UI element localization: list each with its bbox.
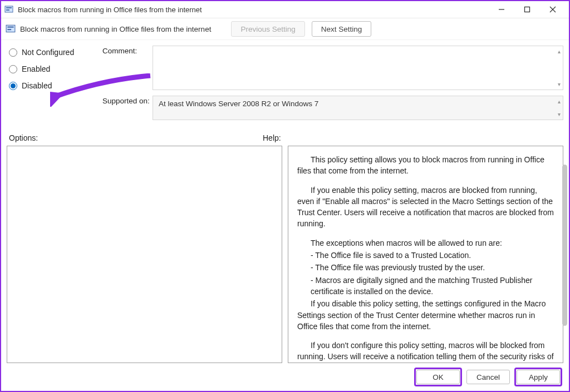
supported-on-label: Supported on: — [102, 96, 153, 120]
scroll-up-icon[interactable]: ▴ — [558, 98, 561, 105]
radio-not-configured[interactable]: Not Configured — [9, 48, 98, 57]
radio-label: Enabled — [22, 64, 50, 73]
panels-row: This policy setting allows you to block … — [1, 146, 569, 363]
close-button[interactable] — [540, 2, 566, 17]
help-paragraph: If you enable this policy setting, macro… — [297, 185, 554, 230]
help-paragraph: The exceptions when macros will be allow… — [297, 237, 554, 249]
panel-headers: Options: Help: — [1, 123, 569, 146]
radio-label: Disabled — [22, 81, 52, 90]
comment-label: Comment: — [102, 46, 153, 90]
dialog-footer: OK Cancel Apply — [1, 363, 569, 391]
svg-rect-0 — [5, 6, 13, 12]
help-text[interactable]: This policy setting allows you to block … — [288, 146, 563, 363]
radio-input[interactable] — [9, 65, 17, 73]
options-panel — [7, 146, 282, 363]
radio-disabled[interactable]: Disabled — [9, 81, 98, 90]
options-header: Options: — [9, 133, 263, 142]
radio-input[interactable] — [9, 48, 17, 57]
help-paragraph: If you disable this policy setting, the … — [297, 298, 554, 332]
minimize-button[interactable] — [489, 2, 514, 17]
supported-on-textbox: At least Windows Server 2008 R2 or Windo… — [153, 96, 563, 120]
setting-title: Block macros from running in Office file… — [20, 25, 211, 33]
svg-rect-8 — [7, 27, 13, 28]
help-paragraph: This policy setting allows you to block … — [297, 154, 554, 177]
help-paragraph: If you don't configure this policy setti… — [297, 340, 554, 363]
help-paragraph: - Macros are digitally signed and the ma… — [297, 275, 554, 297]
apply-button[interactable]: Apply — [517, 370, 560, 384]
help-paragraph: - The Office file was previously trusted… — [297, 262, 554, 273]
radio-enabled[interactable]: Enabled — [9, 64, 98, 73]
scrollbar-thumb[interactable] — [562, 165, 567, 326]
state-radio-group: Not Configured Enabled Disabled — [9, 46, 98, 120]
radio-label: Not Configured — [22, 48, 74, 57]
radio-input[interactable] — [9, 82, 17, 90]
cancel-button[interactable]: Cancel — [466, 370, 510, 384]
help-header: Help: — [263, 133, 281, 142]
svg-rect-1 — [6, 7, 12, 8]
scroll-down-icon[interactable]: ▾ — [558, 81, 561, 87]
svg-rect-9 — [7, 29, 11, 30]
scroll-up-icon[interactable]: ▴ — [558, 48, 561, 54]
window-title: Block macros from running in Office file… — [18, 6, 489, 14]
previous-setting-button[interactable]: Previous Setting — [231, 21, 304, 37]
supported-on-value: At least Windows Server 2008 R2 or Windo… — [159, 100, 318, 108]
policy-icon — [4, 5, 13, 14]
state-area: Not Configured Enabled Disabled Comment:… — [1, 40, 569, 123]
toolbar: Block macros from running in Office file… — [1, 18, 569, 40]
titlebar: Block macros from running in Office file… — [1, 1, 569, 18]
group-policy-setting-window: Block macros from running in Office file… — [0, 0, 570, 392]
svg-rect-4 — [525, 7, 530, 12]
next-setting-button[interactable]: Next Setting — [312, 21, 372, 37]
svg-rect-2 — [6, 9, 9, 11]
policy-icon — [6, 24, 16, 34]
help-panel: This policy setting allows you to block … — [288, 146, 563, 363]
help-paragraph: - The Office file is saved to a Trusted … — [297, 250, 554, 261]
scroll-down-icon[interactable]: ▾ — [558, 111, 561, 117]
svg-rect-7 — [6, 25, 15, 32]
maximize-button[interactable] — [514, 2, 540, 17]
ok-button[interactable]: OK — [416, 370, 460, 384]
comment-textbox[interactable]: ▴ ▾ — [153, 46, 563, 90]
